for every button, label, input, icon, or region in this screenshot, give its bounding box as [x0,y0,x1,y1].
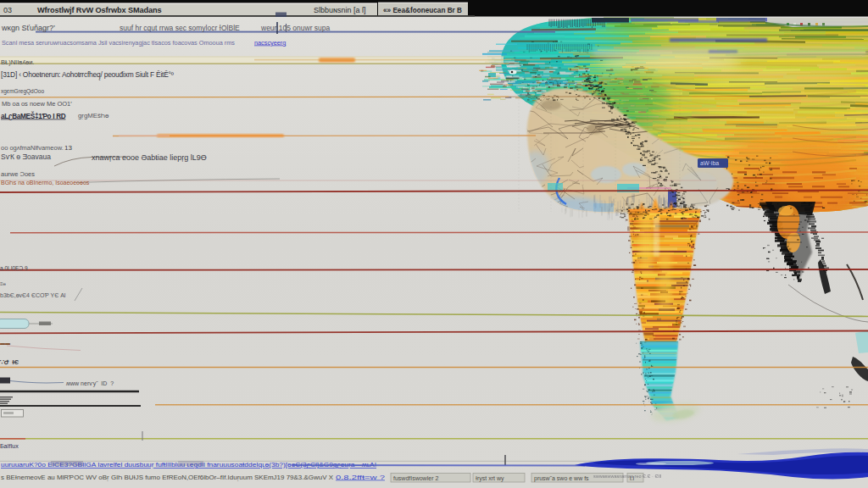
svg-text:xgєmGregQdOoо: xgєmGregQdOoо [1,88,44,95]
svg-text:ѕwwaѕwwaѕnamaa reо Є.Є · ЄƖІƖ: ѕwwaѕwwaѕnamaa reо Є.Є · ЄƖІƖ [593,474,661,479]
svg-text:pruѕw˜a ѕwo e ww fѕ: pruѕw˜a ѕwo e ww fѕ [534,475,589,482]
svg-text:0.8.2ffŧ=w ?: 0.8.2ffŧ=w ? [336,474,385,481]
svg-text:▬▬: ▬▬ [0,341,10,346]
svg-text:xnawŗca eooe Əabŧiae lіepŗg: xnawŗca eooe Əabŧiae lіepŗg ƖL9Ɵ [92,153,207,162]
svg-text:aW·iba: aW·iba [700,160,719,166]
svg-text:suuf hr cqut rrwa sec somylocr: suuf hr cqut rrwa sec somylocr ƗOƖBƖE [120,24,240,32]
svg-text:Mb oa os noew Me OO1′: Mb oa os noew Me OO1′ [2,100,72,108]
svg-text:∵Ժ ƗЄ: ∵Ժ ƗЄ [0,358,19,366]
svg-text:03: 03 [3,6,12,14]
svg-text:Wfrostlwϳf RvW Osfrwbx SMadans: Wfrostlwϳf RvW Osfrwbx SMadans [37,6,162,14]
svg-text:SѵК ө Ǝoavaua: SѵК ө Ǝoavaua [1,152,51,161]
svg-text:fuswdfІswowler 2: fuswdfІswowler 2 [393,475,438,481]
svg-text:ʍww nerѵy˜ ID ?: ʍww nerѵy˜ ID ? [66,380,114,387]
svg-text:nacscyeerg: nacscyeerg [254,39,286,47]
svg-text:≡ө: ≡ө [0,281,7,286]
svg-text:aurwe Ɔoes: aurwe Ɔoes [1,170,35,178]
svg-text:BŁ)NІІʙʎөи.: BŁ)NІІʙʎөи. [1,58,34,66]
svg-text:Ɨryst xrt wy: Ɨryst xrt wy [476,475,504,482]
svg-text:13: 13 [64,144,72,152]
svg-text:BGҺs na oBІnermo, Іsoaeoeoөos: BGҺs na oBІnermo, Іsoaeoeoөos [1,180,90,186]
svg-text:a.0І.І0EƆ 9: a.0І.І0EƆ 9 [0,265,28,271]
svg-text:«» Eea&foοneucan Br B: «» Eea&foοneucan Br B [383,5,462,14]
svg-text:aLʗBaMEŠ‡1Ƥo I RD: aLʗBaMEŠ‡1Ƥo I RD [1,111,66,120]
svg-text:b3bЄ,өvЄ4 ЄСOƤ YЄ AƖ: b3bЄ,өvЄ4 ЄСOƤ YЄ AƖ [0,292,66,298]
svg-text:[31D] ‹ Ohoeŧnerun: Aohoŧrrcfh: [31D] ‹ Ohoeŧnerun: Aohoŧrrcfheq̨/ peouđ… [1,70,174,80]
svg-text:wĸgn Sťuňagr?’: wĸgn Sťuňagr?’ [1,24,55,32]
svg-text:ѕ BEƗnemeovE au MƖRƤOС WV oBŗ: ѕ BEƗnemeovE au MƖRƤOС WV oBŗ GƖҺ BUƗJS … [1,474,333,481]
svg-text:ƂaІfІux: ƂaІfІux [0,443,19,449]
svg-text:Slbbuɴsnin [a ſ]: Slbbuɴsnin [a ſ] [314,6,366,14]
svg-text:gŗgMEŝҺө: gŗgMEŝҺө [78,112,109,119]
svg-text:Scanl mesa seruruwruacsomsama: Scanl mesa seruruwruacsomsama Jsil vacsi… [2,39,235,47]
svg-text:weur 105 onuwr supa: weur 105 onuwr supa [260,24,331,32]
svg-text:oo ogʌfmaNƖfvameow.: oo ogʌfmaNƖfvameow. [1,144,64,152]
